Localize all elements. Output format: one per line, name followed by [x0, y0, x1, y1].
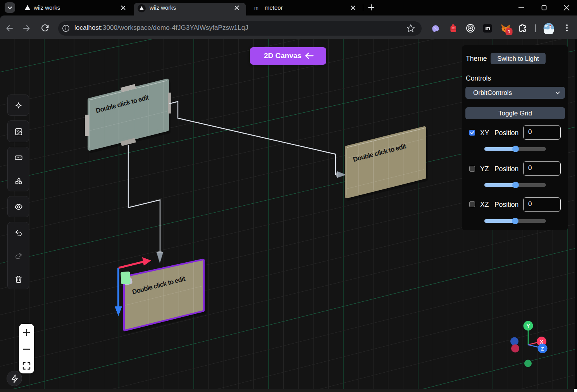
- svg-text:Y: Y: [527, 323, 530, 329]
- svg-text:1: 1: [508, 29, 510, 34]
- svg-text:Z: Z: [541, 346, 544, 352]
